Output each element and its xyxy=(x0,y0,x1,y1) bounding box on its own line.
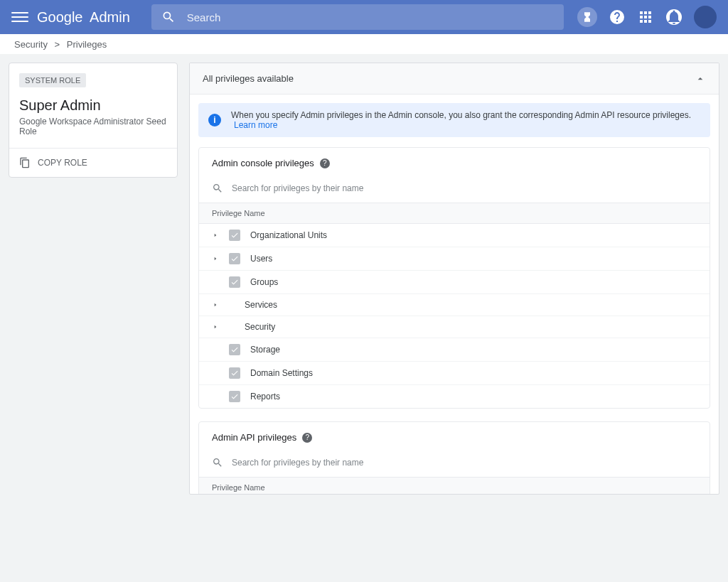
global-search[interactable] xyxy=(151,4,564,30)
privilege-label: Storage xyxy=(250,345,280,355)
notifications-icon[interactable] xyxy=(665,9,682,26)
privilege-label: Security xyxy=(245,322,275,332)
checkbox-checked[interactable] xyxy=(229,230,240,241)
admin-api-panel: Admin API privileges ? Privilege Name Or… xyxy=(198,421,710,494)
logo-sub: Admin xyxy=(90,9,130,26)
panel2-title: Admin API privileges ? xyxy=(199,422,710,451)
panel2-title-text: Admin API privileges xyxy=(212,432,296,443)
help-icon[interactable]: ? xyxy=(320,158,330,168)
chevron-up-icon xyxy=(695,73,706,85)
avatar[interactable] xyxy=(694,6,717,28)
privilege-row[interactable]: Services xyxy=(199,294,710,316)
search-input[interactable] xyxy=(187,11,554,23)
search-icon xyxy=(212,183,223,194)
role-card: SYSTEM ROLE Super Admin Google Workspace… xyxy=(9,63,178,178)
privilege-row[interactable]: Security xyxy=(199,316,710,338)
privileges-content: All privileges available i When you spec… xyxy=(189,63,719,495)
help-icon[interactable] xyxy=(609,9,626,26)
checkbox-checked[interactable] xyxy=(229,391,240,402)
privilege-label: Domain Settings xyxy=(250,368,313,378)
checkbox-checked[interactable] xyxy=(229,253,240,264)
role-badge: SYSTEM ROLE xyxy=(19,73,86,87)
logo-main: Google xyxy=(37,9,83,26)
expand-icon[interactable] xyxy=(212,232,219,238)
learn-more-link[interactable]: Learn more xyxy=(234,120,277,130)
privilege-label: Groups xyxy=(250,277,278,287)
panel1-search xyxy=(199,177,710,203)
banner-text: When you specify Admin privileges in the… xyxy=(231,110,691,120)
panel2-search xyxy=(199,451,710,478)
search-icon xyxy=(212,457,223,468)
privilege-label: Reports xyxy=(250,392,280,402)
privilege-label: Users xyxy=(250,254,272,264)
scroll-area[interactable]: i When you specify Admin privileges in t… xyxy=(190,95,719,494)
timer-icon[interactable] xyxy=(577,7,597,27)
breadcrumb-privileges: Privileges xyxy=(67,39,107,50)
privilege-row[interactable]: Groups xyxy=(199,271,710,294)
panel2-search-input[interactable] xyxy=(232,458,697,468)
panel1-title: Admin console privileges ? xyxy=(199,148,710,177)
main-layout: SYSTEM ROLE Super Admin Google Workspace… xyxy=(0,54,728,582)
privilege-row[interactable]: Domain Settings xyxy=(199,362,710,385)
panel1-search-input[interactable] xyxy=(232,183,697,193)
panel1-col-header: Privilege Name xyxy=(199,203,710,224)
info-banner: i When you specify Admin privileges in t… xyxy=(198,103,710,137)
privilege-row[interactable]: Users xyxy=(199,247,710,271)
breadcrumb-sep: > xyxy=(52,39,63,50)
panel1-rows: Organizational UnitsUsersGroupsServicesS… xyxy=(199,224,710,408)
copy-role-label: COPY ROLE xyxy=(38,158,87,168)
admin-console-panel: Admin console privileges ? Privilege Nam… xyxy=(198,147,710,409)
privilege-row[interactable]: Reports xyxy=(199,385,710,408)
section-title: All privileges available xyxy=(203,73,294,84)
panel2-col-header: Privilege Name xyxy=(199,478,710,494)
breadcrumb-security[interactable]: Security xyxy=(14,39,48,50)
privilege-label: Services xyxy=(245,300,277,310)
privilege-label: Organizational Units xyxy=(250,230,327,240)
privilege-row[interactable]: Organizational Units xyxy=(199,224,710,247)
role-title: Super Admin xyxy=(19,97,167,114)
search-icon xyxy=(161,10,176,24)
expand-icon[interactable] xyxy=(212,302,219,308)
app-header: Google Admin xyxy=(0,0,728,34)
info-icon: i xyxy=(208,114,221,126)
role-card-top: SYSTEM ROLE Super Admin Google Workspace… xyxy=(9,63,177,149)
copy-role-button[interactable]: COPY ROLE xyxy=(9,149,177,177)
role-subtitle: Google Workspace Administrator Seed Role xyxy=(19,117,167,136)
apps-icon[interactable] xyxy=(637,9,654,26)
menu-icon[interactable] xyxy=(11,9,28,26)
checkbox-checked[interactable] xyxy=(229,367,240,379)
section-header[interactable]: All privileges available xyxy=(190,63,719,95)
privilege-row[interactable]: Storage xyxy=(199,338,710,362)
header-actions xyxy=(577,6,717,28)
copy-icon xyxy=(19,157,31,168)
breadcrumb: Security > Privileges xyxy=(0,34,728,54)
expand-icon[interactable] xyxy=(212,324,219,330)
help-icon[interactable]: ? xyxy=(302,433,312,443)
panel1-title-text: Admin console privileges xyxy=(212,158,314,168)
checkbox-checked[interactable] xyxy=(229,276,240,288)
checkbox-checked[interactable] xyxy=(229,344,240,355)
logo[interactable]: Google Admin xyxy=(37,9,130,26)
expand-icon[interactable] xyxy=(212,256,219,262)
banner-text-wrap: When you specify Admin privileges in the… xyxy=(231,110,700,130)
